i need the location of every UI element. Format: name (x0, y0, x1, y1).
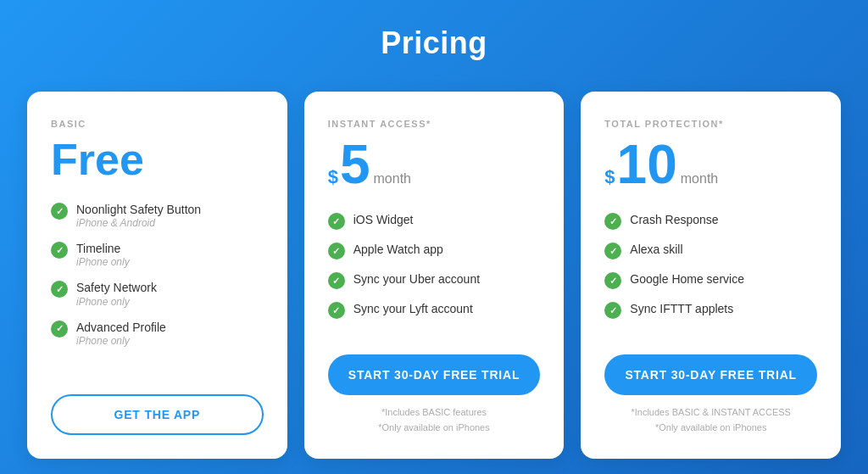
check-icon (51, 321, 68, 337)
feature-text: Advanced ProfileiPhone only (76, 320, 166, 347)
check-icon (604, 272, 621, 289)
card-basic: BASICFreeNoonlight Safety ButtoniPhone &… (27, 92, 287, 459)
check-icon (51, 242, 68, 259)
footnote-total-protection: *Includes BASIC & INSTANT ACCESS*Only av… (604, 405, 817, 435)
feature-sub: iPhone only (76, 296, 157, 308)
feature-name: Noonlight Safety Button (76, 202, 201, 217)
feature-text: Sync IFTTT applets (630, 301, 733, 316)
feature-item: Google Home service (604, 271, 817, 289)
feature-name: Crash Response (630, 212, 718, 227)
feature-item: iOS Widget (328, 212, 541, 230)
feature-name: Timeline (76, 241, 130, 256)
footnote-instant-access: *Includes BASIC features*Only available … (328, 405, 541, 435)
feature-item: Sync your Uber account (328, 271, 541, 289)
features-list-basic: Noonlight Safety ButtoniPhone & AndroidT… (51, 202, 264, 371)
feature-sub: iPhone only (76, 335, 166, 347)
feature-name: Google Home service (630, 271, 744, 287)
feature-text: Apple Watch app (353, 242, 443, 257)
price-row-total-protection: $10month (604, 137, 817, 192)
feature-item: Noonlight Safety ButtoniPhone & Android (51, 202, 264, 229)
price-dollar-total-protection: $ (604, 168, 615, 187)
feature-name: Sync IFTTT applets (630, 301, 733, 316)
feature-item: Sync IFTTT applets (604, 301, 817, 319)
price-row-instant-access: $5month (328, 137, 541, 192)
feature-sub: iPhone only (76, 256, 130, 268)
features-list-instant-access: iOS WidgetApple Watch appSync your Uber … (328, 212, 541, 331)
feature-item: Safety NetworkiPhone only (51, 280, 264, 307)
price-free-basic: Free (51, 137, 264, 181)
plan-label-basic: BASIC (51, 119, 264, 129)
card-instant-access: INSTANT ACCESS*$5monthiOS WidgetApple Wa… (304, 92, 565, 459)
feature-item: Crash Response (604, 212, 817, 230)
plan-label-instant-access: INSTANT ACCESS* (328, 119, 541, 129)
check-icon (51, 281, 68, 298)
check-icon (51, 203, 68, 220)
feature-name: Apple Watch app (353, 242, 443, 257)
feature-text: iOS Widget (353, 212, 414, 227)
check-icon (604, 243, 621, 259)
feature-text: Sync your Lyft account (353, 301, 473, 316)
price-number-instant-access: 5 (340, 137, 370, 192)
price-dollar-instant-access: $ (328, 168, 338, 187)
feature-item: Sync your Lyft account (328, 301, 541, 319)
feature-text: Noonlight Safety ButtoniPhone & Android (76, 202, 201, 229)
feature-sub: iPhone & Android (76, 217, 201, 229)
check-icon (328, 213, 345, 230)
cta-button-instant-access[interactable]: START 30-DAY FREE TRIAL (328, 354, 541, 395)
feature-name: Advanced Profile (76, 320, 166, 335)
feature-item: Alexa skill (604, 242, 817, 259)
feature-name: Safety Network (76, 280, 157, 295)
page-title: Pricing (381, 25, 487, 61)
pricing-cards-container: BASICFreeNoonlight Safety ButtoniPhone &… (27, 92, 841, 459)
feature-text: Sync your Uber account (353, 271, 480, 287)
price-period-total-protection: month (681, 172, 718, 186)
feature-item: Apple Watch app (328, 242, 541, 259)
features-list-total-protection: Crash ResponseAlexa skillGoogle Home ser… (604, 212, 817, 331)
card-total-protection: TOTAL PROTECTION*$10monthCrash ResponseA… (581, 92, 841, 459)
feature-name: iOS Widget (353, 212, 414, 227)
feature-name: Sync your Uber account (353, 271, 480, 287)
check-icon (328, 272, 345, 289)
check-icon (328, 302, 345, 319)
feature-name: Alexa skill (630, 242, 682, 257)
feature-text: Safety NetworkiPhone only (76, 280, 157, 307)
feature-text: Google Home service (630, 271, 744, 287)
cta-button-total-protection[interactable]: START 30-DAY FREE TRIAL (604, 354, 817, 395)
check-icon (604, 302, 621, 319)
price-number-total-protection: 10 (617, 137, 677, 192)
feature-text: Crash Response (630, 212, 718, 227)
cta-button-basic[interactable]: GET THE APP (51, 394, 264, 435)
plan-label-total-protection: TOTAL PROTECTION* (604, 119, 817, 129)
feature-item: TimelineiPhone only (51, 241, 264, 268)
check-icon (328, 243, 345, 259)
price-period-instant-access: month (374, 172, 411, 186)
feature-text: TimelineiPhone only (76, 241, 130, 268)
feature-name: Sync your Lyft account (353, 301, 473, 316)
feature-text: Alexa skill (630, 242, 682, 257)
check-icon (604, 213, 621, 230)
feature-item: Advanced ProfileiPhone only (51, 320, 264, 347)
